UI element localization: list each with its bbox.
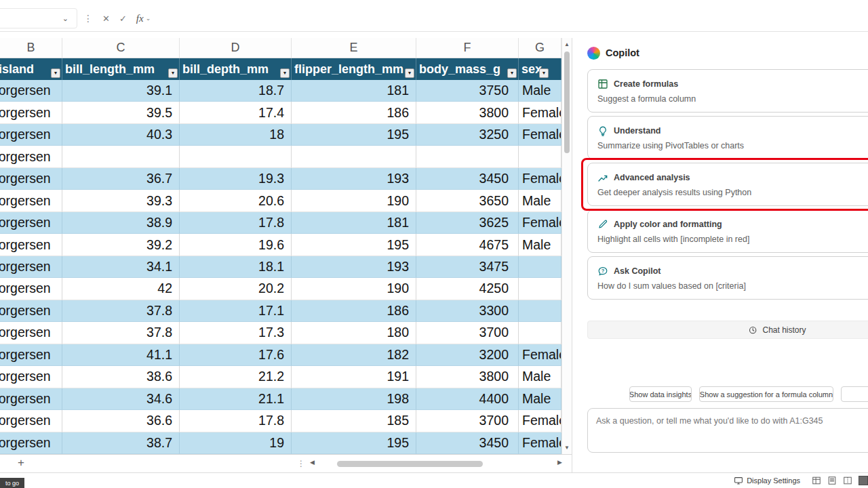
header-cell-flipper-length-mm[interactable]: flipper_length_mm▾	[292, 58, 416, 80]
cell[interactable]: 34.1	[62, 256, 180, 278]
cell[interactable]: 3650	[416, 190, 519, 211]
cell[interactable]: Torgersen	[0, 80, 62, 102]
cell[interactable]: 3625	[416, 212, 519, 234]
cell[interactable]: 20.2	[180, 278, 292, 300]
cell[interactable]: 17.4	[180, 102, 292, 123]
cell[interactable]	[416, 146, 519, 167]
filter-dropdown-button[interactable]: ▾	[539, 68, 549, 78]
cell[interactable]: 186	[292, 300, 416, 322]
cell[interactable]: 17.8	[180, 212, 292, 234]
cell[interactable]: 3750	[416, 80, 519, 102]
cell[interactable]	[292, 146, 416, 167]
cell[interactable]: 3800	[416, 366, 519, 388]
cell[interactable]: 19.3	[180, 168, 292, 190]
suggestion-card-apply-color-and-formatting[interactable]: Apply color and formattingHighlight all …	[587, 209, 868, 253]
cell[interactable]: 3700	[416, 410, 519, 432]
add-sheet-button[interactable]: +	[18, 456, 24, 470]
chat-history-button[interactable]: Chat history	[587, 321, 868, 339]
cell[interactable]: Torgersen	[0, 388, 62, 410]
cell[interactable]: Female	[519, 344, 561, 366]
scroll-up-icon[interactable]: ▲	[562, 41, 572, 47]
cell[interactable]: Torgersen	[0, 190, 62, 211]
vertical-scrollbar[interactable]: ▲ ▼	[561, 38, 572, 454]
cell[interactable]: 193	[292, 168, 416, 190]
suggestion-chip-show-a-suggestion-for-a-formula-column[interactable]: Show a suggestion for a formula column	[699, 386, 833, 402]
cell[interactable]: Female	[519, 102, 561, 123]
cell[interactable]: 17.1	[180, 300, 292, 322]
cell[interactable]: Torgersen	[0, 300, 62, 322]
column-letter-f[interactable]: F	[416, 38, 519, 58]
cell[interactable]: 181	[292, 80, 416, 102]
cell[interactable]	[519, 322, 561, 344]
horizontal-scrollbar[interactable]: ◀ ▶	[309, 455, 564, 472]
cell[interactable]: 39.5	[62, 102, 180, 123]
cancel-icon[interactable]: ✕	[102, 14, 110, 24]
header-cell-bill-length-mm[interactable]: bill_length_mm▾	[62, 58, 180, 80]
cell[interactable]	[519, 300, 561, 322]
cell[interactable]: 180	[292, 322, 416, 344]
cell[interactable]: 181	[292, 212, 416, 234]
cell[interactable]: 3475	[416, 256, 519, 278]
cell[interactable]: 34.6	[62, 388, 180, 410]
cell[interactable]: Torgersen	[0, 212, 62, 234]
cell[interactable]: Female	[519, 410, 561, 432]
cell[interactable]: 37.8	[62, 322, 180, 344]
cell[interactable]: Female	[519, 124, 561, 146]
cell[interactable]: Male	[519, 388, 561, 410]
cell[interactable]: Torgersen	[0, 322, 62, 344]
cell[interactable]: 38.9	[62, 212, 180, 234]
cell[interactable]: 4675	[416, 234, 519, 256]
header-cell-sex[interactable]: sex▾	[519, 58, 561, 80]
cell[interactable]: Torgersen	[0, 344, 62, 366]
v-scroll-thumb[interactable]	[564, 52, 570, 153]
cell[interactable]: Torgersen	[0, 366, 62, 388]
column-letter-c[interactable]: C	[62, 38, 180, 58]
column-letter-d[interactable]: D	[180, 38, 292, 58]
cell[interactable]: 3300	[416, 300, 519, 322]
cell[interactable]: Torgersen	[0, 102, 62, 123]
cell[interactable]: 20.6	[180, 190, 292, 211]
cell[interactable]	[62, 146, 180, 167]
cell[interactable]: 21.1	[180, 388, 292, 410]
cell[interactable]: 36.7	[62, 168, 180, 190]
cell[interactable]: 18.1	[180, 256, 292, 278]
cell[interactable]: 42	[62, 278, 180, 300]
cell[interactable]: Male	[519, 234, 561, 256]
cell[interactable]	[519, 146, 561, 167]
cell[interactable]: 198	[292, 388, 416, 410]
cell[interactable]: Torgersen	[0, 256, 62, 278]
cell[interactable]: 186	[292, 102, 416, 123]
cell[interactable]	[519, 278, 561, 300]
cell[interactable]: 3700	[416, 322, 519, 344]
insert-function-icon[interactable]: fx	[136, 13, 144, 24]
cell[interactable]: 38.7	[62, 432, 180, 454]
cell[interactable]: 4250	[416, 278, 519, 300]
suggestion-card-create-formulas[interactable]: Create formulasSuggest a formula column	[587, 69, 868, 113]
cell[interactable]: 17.6	[180, 344, 292, 366]
cell[interactable]: 36.6	[62, 410, 180, 432]
suggestion-card-understand[interactable]: UnderstandSummarize using PivotTables or…	[587, 116, 868, 159]
cell[interactable]: Female	[519, 432, 561, 454]
cell[interactable]: 3450	[416, 432, 519, 454]
column-letter-b[interactable]: B	[0, 38, 62, 58]
cell[interactable]: 39.3	[62, 190, 180, 211]
cell[interactable]: Torgersen	[0, 124, 62, 146]
cell[interactable]: Torgersen	[0, 432, 62, 454]
column-letter-e[interactable]: E	[292, 38, 416, 58]
filter-dropdown-button[interactable]: ▾	[507, 68, 517, 78]
cell[interactable]: Male	[519, 190, 561, 211]
display-settings-button[interactable]: Display Settings	[734, 476, 800, 485]
cell[interactable]: 38.6	[62, 366, 180, 388]
header-cell-body-mass-g[interactable]: body_mass_g▾	[416, 58, 519, 80]
cell[interactable]: Male	[519, 80, 561, 102]
cell[interactable]: 18.7	[180, 80, 292, 102]
filter-dropdown-button[interactable]: ▾	[51, 68, 60, 78]
page-layout-view-icon[interactable]	[827, 476, 837, 485]
cell[interactable]: 39.2	[62, 234, 180, 256]
cell[interactable]: 3450	[416, 168, 519, 190]
scroll-right-icon[interactable]: ▶	[557, 459, 562, 466]
splitter-dots-icon[interactable]: ⋮	[297, 459, 305, 468]
suggestion-chip-show-data-insights[interactable]: Show data insights	[629, 386, 692, 402]
cell[interactable]: 37.8	[62, 300, 180, 322]
suggestion-card-advanced-analysis[interactable]: Advanced analysisGet deeper analysis res…	[587, 163, 868, 206]
